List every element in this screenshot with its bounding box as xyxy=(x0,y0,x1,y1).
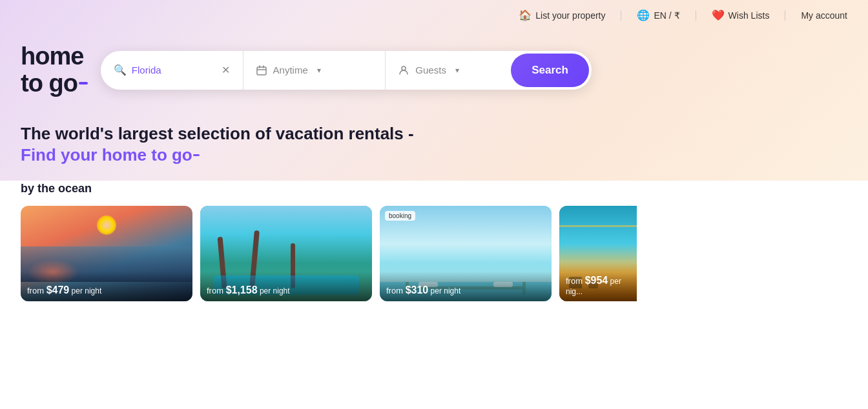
home-icon: 🏠 xyxy=(519,9,532,21)
date-chevron-icon: ▾ xyxy=(317,66,321,75)
language-selector[interactable]: 🌐 EN / ₹ xyxy=(637,9,679,21)
guests-placeholder: Guests xyxy=(415,65,446,75)
location-section[interactable]: 🔍 ✕ xyxy=(101,51,243,90)
card-1-period: per night xyxy=(69,286,101,295)
property-card-2[interactable]: from $1,158 per night xyxy=(200,206,372,301)
logo-text: home to go xyxy=(21,43,88,97)
card-3-period: per night xyxy=(428,286,460,295)
navbar: 🏠 List your property 🌐 EN / ₹ ❤️ Wish Li… xyxy=(0,0,868,30)
list-property-link[interactable]: 🏠 List your property xyxy=(519,9,605,21)
my-account-link[interactable]: My account xyxy=(801,10,847,21)
property-card-3[interactable]: booking from $310 per night xyxy=(380,206,552,301)
property-card-4[interactable]: from $954 per nig... xyxy=(559,206,637,301)
card-2-amount: $1,158 xyxy=(226,284,258,295)
headline-sub-text: Find your home to go xyxy=(21,145,192,165)
svg-rect-0 xyxy=(257,67,266,75)
card-price-1: from $479 per night xyxy=(21,272,192,301)
clear-icon[interactable]: ✕ xyxy=(222,64,230,76)
card-2-period: per night xyxy=(258,286,290,295)
cards-grid: from $479 per night from $1,158 per nigh… xyxy=(21,206,847,301)
my-account-label: My account xyxy=(801,10,847,21)
date-placeholder: Anytime xyxy=(273,65,308,75)
calendar-icon xyxy=(256,65,267,75)
language-label: EN / ₹ xyxy=(654,10,679,21)
main-content: home to go 🔍 ✕ Anytime ▾ xyxy=(0,30,868,301)
card-2-from: from xyxy=(207,286,226,295)
card-1-amount: $479 xyxy=(46,284,70,295)
search-row: home to go 🔍 ✕ Anytime ▾ xyxy=(21,43,847,97)
card-4-from: from xyxy=(566,276,585,286)
card-3-amount: $310 xyxy=(406,284,429,295)
section-label: by the ocean xyxy=(21,182,847,195)
date-section[interactable]: Anytime ▾ xyxy=(243,51,386,90)
card-1-from: from xyxy=(27,286,46,295)
nav-divider-3 xyxy=(785,10,785,21)
nav-divider-2 xyxy=(696,10,696,21)
search-bar: 🔍 ✕ Anytime ▾ Guests xyxy=(101,51,592,90)
property-card-1[interactable]: from $479 per night xyxy=(21,206,192,301)
location-input[interactable] xyxy=(132,65,216,75)
list-property-label: List your property xyxy=(535,10,605,21)
search-icon: 🔍 xyxy=(114,64,127,76)
headline-main: The world's largest selection of vacatio… xyxy=(21,123,847,145)
card-3-badge: booking xyxy=(385,211,415,221)
headline: The world's largest selection of vacatio… xyxy=(21,123,847,167)
wish-lists-label: Wish Lists xyxy=(728,10,770,21)
search-button[interactable]: Search xyxy=(511,54,589,87)
guests-section[interactable]: Guests ▾ xyxy=(386,51,508,90)
wish-lists-link[interactable]: ❤️ Wish Lists xyxy=(712,9,770,21)
svg-point-1 xyxy=(402,66,406,70)
headline-sub: Find your home to go xyxy=(21,145,847,166)
globe-icon: 🌐 xyxy=(637,9,650,21)
nav-divider-1 xyxy=(621,10,621,21)
user-icon xyxy=(398,65,409,75)
guests-chevron-icon: ▾ xyxy=(455,66,459,75)
card-price-3: from $310 per night xyxy=(380,272,552,301)
logo[interactable]: home to go xyxy=(21,43,88,97)
headline-underscore xyxy=(193,154,200,156)
card-3-from: from xyxy=(386,286,406,295)
card-4-amount: $954 xyxy=(585,275,608,286)
card-price-2: from $1,158 per night xyxy=(200,272,372,301)
heart-icon: ❤️ xyxy=(712,9,725,21)
logo-underscore xyxy=(79,82,88,85)
card-price-4: from $954 per nig... xyxy=(559,262,637,301)
